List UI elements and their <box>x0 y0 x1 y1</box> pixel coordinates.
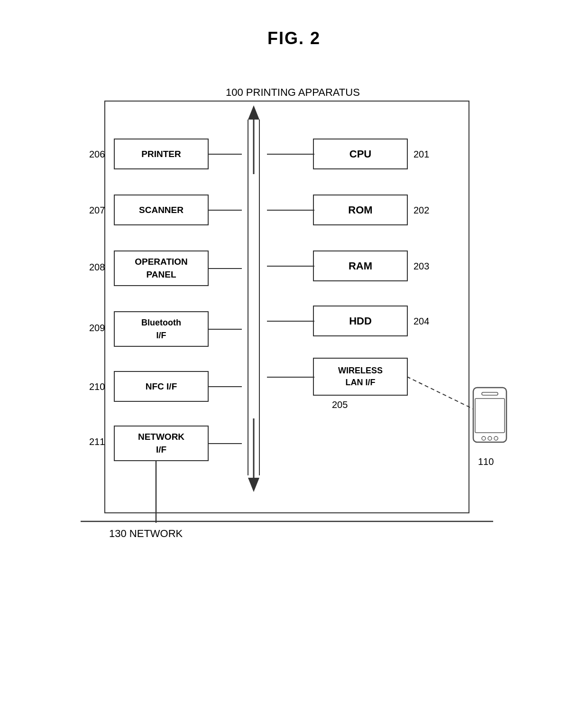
ref-202: 202 <box>413 205 429 216</box>
ref-110: 110 <box>478 456 494 467</box>
page: FIG. 2 100 PRINTING APPARATUS <box>0 0 588 714</box>
svg-rect-24 <box>475 399 505 433</box>
line-wireless-bus <box>267 377 314 378</box>
line-bluetooth-bus <box>209 329 242 330</box>
scanner-box: SCANNER <box>114 195 209 225</box>
figure-title: FIG. 2 <box>267 28 321 48</box>
network-vertical-line <box>155 461 157 523</box>
ref-208: 208 <box>89 262 105 273</box>
ref-201: 201 <box>413 149 429 160</box>
ram-box: RAM <box>313 250 408 281</box>
svg-marker-9 <box>248 478 259 492</box>
svg-point-26 <box>488 436 492 440</box>
apparatus-label: 100 PRINTING APPARATUS <box>223 86 363 99</box>
line-networkif-bus <box>209 443 242 444</box>
cpu-box: CPU <box>313 139 408 169</box>
line-cpu-bus <box>267 154 314 155</box>
rom-box: ROM <box>313 195 408 225</box>
operation-panel-box: OPERATIONPANEL <box>114 250 209 286</box>
network-horizontal-line <box>81 520 493 522</box>
ref-209: 209 <box>89 323 105 334</box>
ref-203: 203 <box>413 261 429 272</box>
bluetooth-box: BluetoothI/F <box>114 311 209 347</box>
svg-point-27 <box>494 436 498 440</box>
network-if-box: NETWORKI/F <box>114 426 209 461</box>
mobile-device <box>469 385 511 452</box>
svg-marker-1 <box>248 105 259 120</box>
svg-rect-22 <box>473 388 506 442</box>
ref-211: 211 <box>89 436 105 447</box>
line-printer-bus <box>209 154 242 155</box>
line-opanel-bus <box>209 268 242 269</box>
svg-line-21 <box>407 377 473 409</box>
svg-point-25 <box>482 436 486 440</box>
bus-arrow-down <box>240 418 267 494</box>
nfc-box: NFC I/F <box>114 371 209 402</box>
network-label: 130 NETWORK <box>109 528 183 540</box>
bus-arrow-up <box>240 101 267 176</box>
line-rom-bus <box>267 210 314 211</box>
line-hdd-bus <box>267 321 314 322</box>
line-nfc-bus <box>209 386 242 387</box>
ref-205: 205 <box>332 399 348 410</box>
ref-210: 210 <box>89 381 105 392</box>
hdd-box: HDD <box>313 306 408 336</box>
svg-rect-23 <box>482 392 498 395</box>
bus-middle <box>240 172 267 423</box>
printer-box: PRINTER <box>114 139 209 169</box>
ref-207: 207 <box>89 205 105 216</box>
wireless-lan-box: WIRELESSLAN I/F <box>313 358 408 396</box>
ref-204: 204 <box>413 316 429 327</box>
line-scanner-bus <box>209 210 242 211</box>
ref-206: 206 <box>89 149 105 160</box>
diagram-area: 100 PRINTING APPARATUS <box>81 86 507 608</box>
line-ram-bus <box>267 266 314 267</box>
